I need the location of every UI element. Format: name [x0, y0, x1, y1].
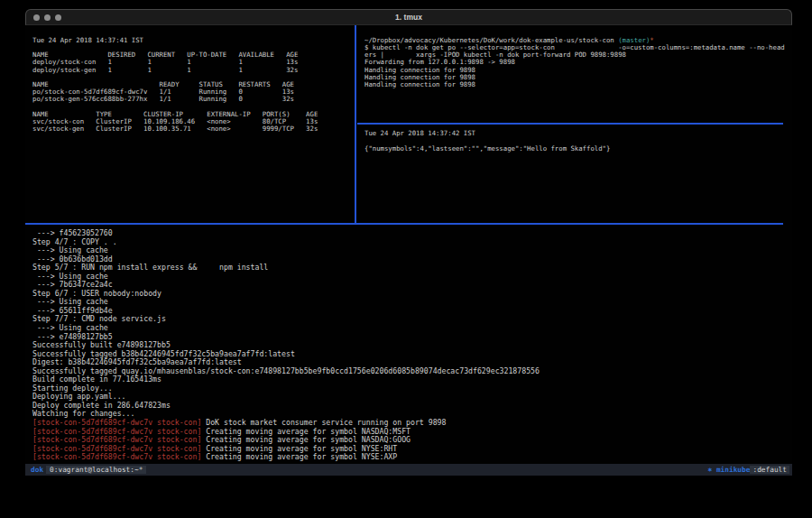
window-titlebar: 1. tmux: [25, 9, 792, 25]
terminal-line: Starting deploy...: [32, 384, 792, 393]
terminal-line: svc/stock-gen ClusterIP 10.100.35.71 <no…: [32, 125, 355, 133]
terminal-window: 1. tmux Tue 24 Apr 2018 14:37:41 IST NAM…: [25, 9, 792, 476]
zoom-button[interactable]: [55, 14, 61, 21]
kube-context: minikube: [712, 466, 750, 474]
close-button[interactable]: [33, 14, 40, 21]
terminal-line: [stock-con-5d7df689cf-dwc7v stock-con] C…: [32, 453, 792, 462]
terminal-line: ---> Using cache: [32, 246, 792, 255]
terminal-line: deploy/stock-gen 1 1 1 1 32s: [32, 67, 355, 74]
terminal-line: Step 6/7 : USER nobody:nobody: [32, 290, 792, 299]
tmux-session: Tue 24 Apr 2018 14:37:41 IST NAME DESIRE…: [25, 25, 792, 464]
terminal-line: Tue 24 Apr 2018 14:37:42 IST: [364, 130, 792, 137]
terminal-line: po/stock-gen-576cc688bb-277hx 1/1 Runnin…: [32, 96, 355, 103]
terminal-line: Tue 24 Apr 2018 14:37:41 IST: [32, 37, 355, 44]
terminal-line: Step 4/7 : COPY . .: [32, 238, 792, 247]
terminal-line: Step 7/7 : CMD node service.js: [32, 315, 792, 324]
kube-namespace: :default: [750, 466, 789, 474]
terminal-line: ---> Using cache: [32, 273, 792, 282]
terminal-line: Handling connection for 9898: [364, 81, 792, 88]
pane-kubectl-overview[interactable]: Tue 24 Apr 2018 14:37:41 IST NAME DESIRE…: [25, 25, 355, 223]
tmux-session-name: dok: [28, 466, 46, 474]
pane-divider-vertical[interactable]: [355, 25, 356, 223]
terminal-line: ---> Using cache: [32, 324, 792, 333]
terminal-line: Build complete in 77.165413ms: [32, 375, 792, 384]
terminal-line: Deploy complete in 286.647823ms: [32, 402, 792, 411]
minimize-button[interactable]: [44, 14, 51, 21]
pane-service-response[interactable]: Tue 24 Apr 2018 14:37:42 IST {"numsymbol…: [357, 125, 792, 223]
tmux-status-bar: dok 0:vagrant@localhost:~* ⎈ minikube :d…: [25, 464, 792, 476]
tmux-window-item[interactable]: 0:vagrant@localhost:~*: [46, 466, 146, 474]
terminal-line: ---> f45623052760: [32, 229, 792, 238]
window-title: 1. tmux: [26, 13, 791, 22]
pane-skaffold-log[interactable]: ---> f45623052760Step 4/7 : COPY . . ---…: [25, 225, 792, 464]
terminal-line: ---> Using cache: [32, 298, 792, 307]
terminal-line: Step 5/7 : RUN npm install express && np…: [32, 264, 792, 273]
pane-port-forward[interactable]: ~/Dropbox/advocacy/Kubernetes/DoK/work/d…: [357, 25, 792, 123]
terminal-line: {"numsymbols":4,"lastseen":"","message":…: [364, 145, 792, 153]
